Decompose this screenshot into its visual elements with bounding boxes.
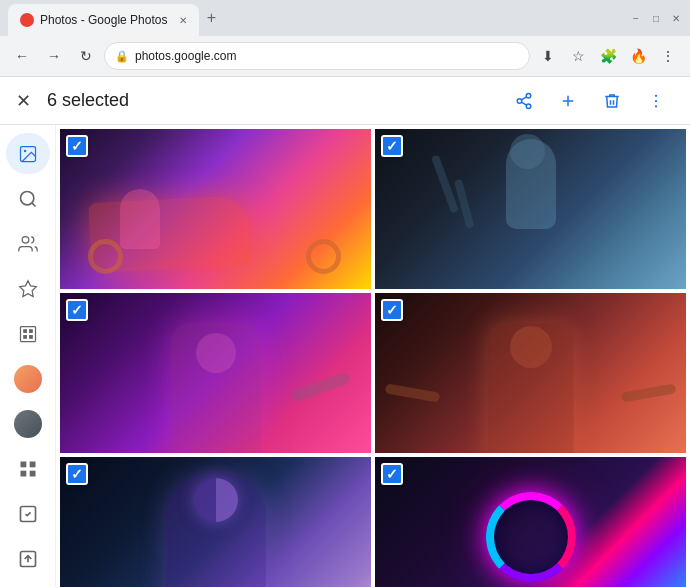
sidebar	[0, 125, 56, 587]
album-icon	[18, 324, 38, 344]
profile-button[interactable]: 🔥	[624, 42, 652, 70]
photo-checkbox-1[interactable]: ✓	[66, 135, 88, 157]
new-tab-button[interactable]: +	[199, 6, 223, 30]
download-button[interactable]: ⬇	[534, 42, 562, 70]
url-display: photos.google.com	[135, 49, 236, 63]
add-button[interactable]	[550, 83, 586, 119]
tab-close-button[interactable]: ✕	[179, 15, 187, 26]
sidebar-item-upload[interactable]	[6, 539, 50, 580]
photo-item-6[interactable]: ✓	[375, 457, 686, 587]
selection-toolbar: ✕ 6 selected	[0, 77, 690, 125]
browser-chrome: Photos - Google Photos ✕ + − □ ✕ ← → ↻ 🔒…	[0, 0, 690, 77]
svg-point-2	[526, 104, 531, 109]
svg-point-14	[22, 236, 29, 243]
photo-item-3[interactable]: ✓	[60, 293, 371, 453]
sidebar-item-favorites[interactable]	[6, 268, 50, 309]
photo-checkbox-4[interactable]: ✓	[381, 299, 403, 321]
photo-checkbox-3[interactable]: ✓	[66, 299, 88, 321]
sidebar-item-search[interactable]	[6, 178, 50, 219]
close-selection-button[interactable]: ✕	[16, 90, 31, 112]
svg-rect-21	[20, 462, 26, 468]
tab-favicon	[20, 13, 34, 27]
nav-right: ⬇ ☆ 🧩 🔥 ⋮	[534, 42, 682, 70]
window-controls: − □ ✕	[630, 12, 682, 24]
svg-marker-15	[19, 280, 36, 296]
svg-point-9	[655, 105, 657, 107]
extensions-button[interactable]: 🧩	[594, 42, 622, 70]
photos-grid: ✓ ✓	[56, 125, 690, 587]
add-icon	[559, 92, 577, 110]
photo-item-4[interactable]: ✓	[375, 293, 686, 453]
sidebar-avatar-1[interactable]	[6, 358, 50, 399]
photo-content-3	[60, 293, 371, 453]
svg-point-11	[23, 149, 25, 152]
photo-item-5[interactable]: ✓	[60, 457, 371, 587]
svg-rect-19	[23, 336, 25, 339]
svg-point-1	[517, 98, 522, 103]
back-button[interactable]: ←	[8, 42, 36, 70]
svg-point-7	[655, 94, 657, 96]
tab-title: Photos - Google Photos	[40, 13, 167, 27]
share-button[interactable]	[506, 83, 542, 119]
photo-content-1	[60, 129, 371, 289]
svg-line-13	[31, 203, 35, 207]
check-icon	[18, 504, 38, 524]
star-icon	[18, 279, 38, 299]
sidebar-item-check[interactable]	[6, 494, 50, 535]
sidebar-item-photos[interactable]	[6, 133, 50, 174]
svg-rect-17	[23, 330, 25, 333]
svg-line-3	[521, 102, 526, 105]
svg-point-12	[20, 191, 33, 204]
maximize-button[interactable]: □	[650, 12, 662, 24]
svg-point-8	[655, 99, 657, 101]
sidebar-item-grid[interactable]	[6, 449, 50, 490]
photo-checkbox-5[interactable]: ✓	[66, 463, 88, 485]
selected-count-label: 6 selected	[47, 90, 506, 111]
photo-content-5	[60, 457, 371, 587]
more-icon	[647, 92, 665, 110]
svg-rect-24	[29, 471, 35, 477]
title-bar: Photos - Google Photos ✕ + − □ ✕	[0, 0, 690, 36]
lock-icon: 🔒	[115, 50, 129, 63]
photo-content-6	[375, 457, 686, 587]
svg-rect-16	[20, 326, 35, 341]
sidebar-item-people[interactable]	[6, 223, 50, 264]
neon-circle	[486, 492, 576, 582]
photo-item-1[interactable]: ✓	[60, 129, 371, 289]
forward-button[interactable]: →	[40, 42, 68, 70]
photos-content: ✓ ✓	[56, 125, 690, 587]
svg-rect-20	[29, 336, 32, 339]
share-icon	[515, 92, 533, 110]
svg-line-4	[521, 96, 526, 99]
svg-point-0	[526, 93, 531, 98]
photo-content-2	[375, 129, 686, 289]
reload-button[interactable]: ↻	[72, 42, 100, 70]
photo-content-4	[375, 293, 686, 453]
browser-tab[interactable]: Photos - Google Photos ✕	[8, 4, 199, 36]
avatar-2	[14, 410, 42, 438]
svg-rect-18	[29, 330, 32, 333]
window-close-button[interactable]: ✕	[670, 12, 682, 24]
photo-checkbox-2[interactable]: ✓	[381, 135, 403, 157]
nav-bar: ← → ↻ 🔒 photos.google.com ⬇ ☆ 🧩 🔥 ⋮	[0, 36, 690, 76]
menu-button[interactable]: ⋮	[654, 42, 682, 70]
sidebar-item-album[interactable]	[6, 313, 50, 354]
main-content: ✓ ✓	[0, 125, 690, 587]
grid-icon	[18, 459, 38, 479]
delete-icon	[603, 92, 621, 110]
svg-rect-22	[29, 462, 35, 468]
photo-checkbox-6[interactable]: ✓	[381, 463, 403, 485]
more-options-button[interactable]	[638, 83, 674, 119]
delete-button[interactable]	[594, 83, 630, 119]
address-bar[interactable]: 🔒 photos.google.com	[104, 42, 530, 70]
svg-rect-23	[20, 471, 26, 477]
search-icon	[18, 189, 38, 209]
upload-icon	[18, 549, 38, 569]
sidebar-avatar-2[interactable]	[6, 404, 50, 445]
photo-item-2[interactable]: ✓	[375, 129, 686, 289]
people-icon	[18, 234, 38, 254]
photos-icon	[18, 144, 38, 164]
minimize-button[interactable]: −	[630, 12, 642, 24]
bookmark-button[interactable]: ☆	[564, 42, 592, 70]
avatar-1	[14, 365, 42, 393]
